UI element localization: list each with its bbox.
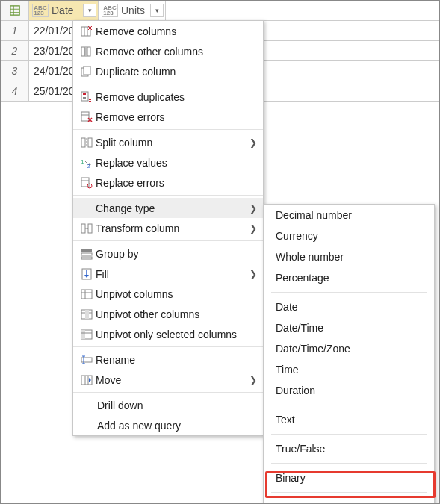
menu-fill[interactable]: Fill ❯ xyxy=(73,264,263,284)
svg-rect-36 xyxy=(81,249,92,252)
menu-group-by[interactable]: Group by xyxy=(73,243,263,264)
table-icon xyxy=(10,5,20,16)
svg-rect-15 xyxy=(81,92,88,101)
type-percentage[interactable]: Percentage xyxy=(264,267,434,288)
menu-remove-columns[interactable]: Remove columns xyxy=(73,21,263,41)
svg-rect-24 xyxy=(81,138,85,147)
menu-transform-column[interactable]: Transform column ❯ xyxy=(73,218,263,238)
data-type-icon[interactable]: ABC123 xyxy=(32,4,49,17)
menu-label: Group by xyxy=(96,248,257,260)
select-all-corner[interactable] xyxy=(1,1,29,20)
menu-separator xyxy=(73,129,263,130)
type-time[interactable]: Time xyxy=(264,359,434,380)
type-true-false[interactable]: True/False xyxy=(264,438,434,459)
menu-remove-duplicates[interactable]: Remove duplicates xyxy=(73,87,263,107)
type-decimal-number[interactable]: Decimal number xyxy=(264,205,434,225)
menu-unpivot-selected-columns[interactable]: Unpivot only selected columns xyxy=(73,324,263,344)
menu-split-column[interactable]: Split column ❯ xyxy=(73,132,263,152)
menu-add-as-new-query[interactable]: Add as new query xyxy=(73,415,263,435)
type-using-locale[interactable]: Using locale… xyxy=(264,497,434,504)
menu-label: Transform column xyxy=(96,223,245,234)
svg-rect-37 xyxy=(81,253,92,255)
menu-unpivot-other-columns[interactable]: Unpivot other columns xyxy=(73,304,263,324)
menu-separator xyxy=(73,392,263,393)
menu-separator xyxy=(73,346,263,347)
menu-replace-errors[interactable]: Replace errors xyxy=(73,172,263,193)
data-type-icon[interactable]: ABC123 xyxy=(102,4,118,17)
submenu-arrow-icon: ❯ xyxy=(250,375,257,385)
svg-text:2: 2 xyxy=(87,163,90,169)
type-duration[interactable]: Duration xyxy=(264,380,434,401)
menu-separator xyxy=(271,492,427,493)
menu-label: Unpivot other columns xyxy=(96,308,257,320)
remove-column-icon xyxy=(78,25,96,37)
row-number: 2 xyxy=(1,41,29,60)
menu-label: Remove duplicates xyxy=(96,91,257,103)
column-filter-dropdown[interactable]: ▾ xyxy=(150,4,164,17)
svg-point-32 xyxy=(87,184,92,188)
duplicate-column-icon xyxy=(78,66,96,78)
menu-remove-errors[interactable]: Remove errors xyxy=(73,107,263,127)
remove-errors-icon xyxy=(78,111,96,123)
menu-label: Date xyxy=(276,301,422,313)
svg-rect-42 xyxy=(81,290,92,299)
menu-unpivot-columns[interactable]: Unpivot columns xyxy=(73,284,263,304)
submenu-arrow-icon: ❯ xyxy=(250,223,257,234)
menu-label: Change type xyxy=(96,202,245,214)
menu-remove-other-columns[interactable]: Remove other columns xyxy=(73,41,263,61)
unpivot-selected-icon xyxy=(78,329,96,340)
type-date-time-zone[interactable]: Date/Time/Zone xyxy=(264,338,434,359)
column-context-menu: Remove columns Remove other columns Dupl… xyxy=(72,20,264,436)
change-type-submenu: Decimal number Currency Whole number Per… xyxy=(263,204,435,504)
menu-label: Replace errors xyxy=(96,177,257,189)
svg-rect-0 xyxy=(10,6,19,15)
menu-rename[interactable]: Rename xyxy=(73,349,263,370)
replace-errors-icon xyxy=(78,177,96,189)
menu-separator xyxy=(271,463,427,464)
column-header-row: ABC123 Date ▾ ABC123 Units ▾ xyxy=(1,1,439,21)
submenu-arrow-icon: ❯ xyxy=(250,269,257,279)
type-binary[interactable]: Binary xyxy=(264,467,434,488)
menu-drill-down[interactable]: Drill down xyxy=(73,395,263,415)
svg-marker-41 xyxy=(84,275,89,278)
type-date-time[interactable]: Date/Time xyxy=(264,317,434,338)
menu-label: Remove columns xyxy=(96,25,257,37)
menu-label: Date/Time xyxy=(276,322,422,334)
menu-replace-values[interactable]: 12 Replace values xyxy=(73,152,263,172)
submenu-arrow-icon: ❯ xyxy=(250,203,257,214)
menu-change-type[interactable]: Change type ❯ xyxy=(73,198,263,218)
menu-label: Currency xyxy=(276,230,422,242)
menu-separator xyxy=(73,84,263,84)
svg-rect-16 xyxy=(83,93,86,95)
unpivot-icon xyxy=(78,288,96,300)
menu-move[interactable]: Move ❯ xyxy=(73,370,263,390)
menu-label: Move xyxy=(96,374,245,386)
type-text[interactable]: Text xyxy=(264,409,434,430)
move-icon xyxy=(78,374,96,386)
menu-label: True/False xyxy=(276,443,422,455)
menu-label: Whole number xyxy=(276,251,422,263)
menu-label: Unpivot columns xyxy=(96,288,257,300)
svg-rect-47 xyxy=(85,310,89,319)
menu-label: Decimal number xyxy=(276,209,422,221)
type-whole-number[interactable]: Whole number xyxy=(264,246,434,267)
menu-label: Fill xyxy=(96,268,245,280)
svg-rect-25 xyxy=(88,138,92,147)
menu-separator xyxy=(271,434,427,435)
group-by-icon xyxy=(78,248,96,260)
column-filter-dropdown[interactable]: ▾ xyxy=(83,4,96,17)
column-header-date[interactable]: ABC123 Date ▾ xyxy=(29,1,99,20)
svg-rect-33 xyxy=(81,224,85,233)
svg-rect-51 xyxy=(81,358,92,362)
row-number: 1 xyxy=(1,21,29,40)
menu-label: Percentage xyxy=(276,272,422,284)
menu-label: Replace values xyxy=(96,157,257,169)
menu-duplicate-column[interactable]: Duplicate column xyxy=(73,61,263,81)
type-date[interactable]: Date xyxy=(264,296,434,317)
type-currency[interactable]: Currency xyxy=(264,225,434,246)
menu-label: Unpivot only selected columns xyxy=(96,329,257,340)
column-header-units[interactable]: ABC123 Units ▾ xyxy=(99,1,166,20)
menu-label: Duplicate column xyxy=(96,66,257,78)
menu-separator xyxy=(73,240,263,241)
menu-label: Date/Time/Zone xyxy=(276,343,422,355)
